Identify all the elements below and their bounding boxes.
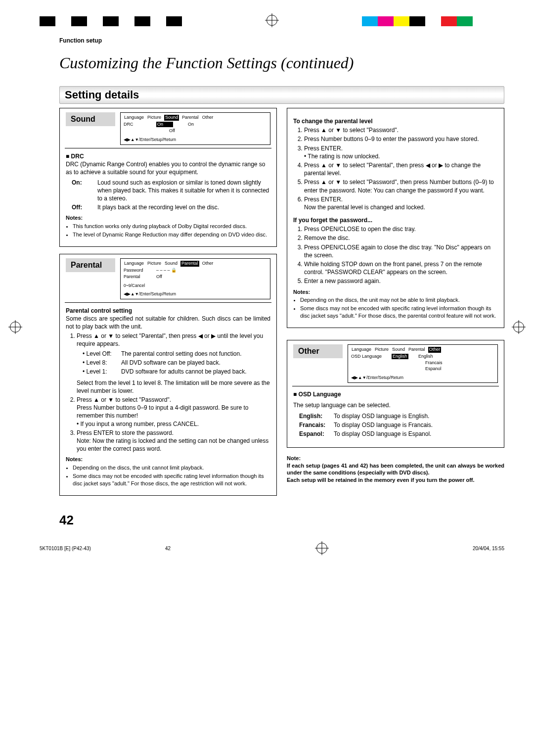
- drc-body: DRC (Dynamic Range Control) enables you …: [66, 160, 270, 176]
- osd-nav-hint: ◀▶▲▼/Enter/Setup/Return: [351, 375, 494, 380]
- list-item: Press ENTER. Now the parental level is c…: [304, 195, 498, 211]
- parental-control-heading: Parental control setting: [66, 307, 270, 315]
- change-level-heading: To change the parental level: [293, 117, 498, 125]
- parental-notes: Depending on the discs, the unit cannot …: [66, 464, 270, 487]
- step-text: Press ENTER to store the password.: [77, 429, 174, 436]
- osd-tab: Language: [351, 347, 372, 353]
- osd-option: Francais: [425, 360, 443, 365]
- list-item: Remove the disc.: [304, 234, 498, 242]
- other-title: Other: [293, 344, 343, 358]
- osd-value: Off: [156, 274, 171, 280]
- swatches-left: [40, 16, 182, 26]
- list-item: Press ▲ or ▼ to select "Parental", then …: [304, 161, 498, 177]
- step-text: Select from the level 1 to level 8. The …: [77, 379, 270, 394]
- note-item: This function works only during playback…: [73, 223, 270, 230]
- level-text: All DVD software can be played back.: [121, 359, 270, 367]
- forget-heading: If you forget the password...: [293, 216, 498, 224]
- osd-tab: Picture: [374, 347, 389, 353]
- notes-heading: Notes:: [66, 214, 270, 222]
- list-item: Press ▲ or ▼ to select "Password", then …: [304, 178, 498, 194]
- osd-tab-selected: Parental: [180, 261, 199, 267]
- page-title: Customizing the Function Settings (conti…: [59, 54, 504, 72]
- drc-on-text: Loud sound such as explosion or similar …: [97, 179, 270, 203]
- osd-value: – – – – 🔒: [156, 268, 177, 274]
- note-item: The level of Dynamic Range Reduction may…: [73, 231, 270, 238]
- page-number: 42: [59, 513, 504, 528]
- sound-panel: Sound Language Picture Sound Parental Ot…: [59, 108, 277, 247]
- osd-tab: Picture: [147, 115, 162, 121]
- osd-nav-hint: ◀▶▲▼/Enter/Setup/Return: [124, 137, 267, 142]
- header-label: Function setup: [59, 37, 504, 44]
- osd-tab: Sound: [164, 261, 178, 267]
- step-text: • If you input a wrong number, press CAN…: [77, 421, 199, 427]
- sound-osd: Language Picture Sound Parental Other DR…: [120, 112, 270, 145]
- footer-left: 5KT0101B [E] (P42-43): [40, 546, 91, 551]
- list-item: Press ENTER to store the password. Note:…: [77, 429, 270, 453]
- drc-heading: DRC: [66, 152, 270, 160]
- note-item: Some discs may not be encoded with speci…: [73, 472, 270, 487]
- level-text: DVD software for adults cannot be played…: [121, 368, 270, 376]
- level-label: • Level Off:: [83, 350, 118, 358]
- list-item: Enter a new password again.: [304, 277, 498, 285]
- notes-heading: Notes:: [293, 288, 498, 296]
- notes-heading: Notes:: [66, 456, 270, 463]
- drc-off-label: Off:: [72, 203, 94, 211]
- osd-tab: Language: [124, 261, 144, 267]
- footer-right: 20/4/04, 15:55: [473, 546, 504, 551]
- list-item: Press Number buttons 0–9 to enter the pa…: [304, 135, 498, 143]
- section-bar: Setting details: [59, 86, 504, 104]
- lang-label: Francais:: [299, 421, 331, 429]
- osd-tab: Sound: [392, 347, 405, 353]
- note-item: Depending on the discs, the unit cannot …: [73, 464, 270, 472]
- osd-option: Espanol: [425, 366, 442, 371]
- crop-mark-bottom: [185, 543, 458, 555]
- note-item: Some discs may not be encoded with speci…: [300, 305, 498, 320]
- sound-notes: This function works only during playback…: [66, 223, 270, 238]
- list-item: Press ▲ or ▼ to select "Password".: [304, 126, 498, 134]
- footer-line: 5KT0101B [E] (P42-43) 42 20/4/04, 15:55: [40, 543, 504, 555]
- level-text: The parental control setting does not fu…: [121, 350, 270, 358]
- change-level-panel: To change the parental level Press ▲ or …: [287, 108, 504, 328]
- step-text: Press Number buttons 0–9 to input a 4-di…: [77, 404, 249, 419]
- note-body: If each setup (pages 41 and 42) has been…: [287, 462, 504, 484]
- osd-key: OSD Language: [351, 354, 387, 360]
- osd-key: Password: [124, 268, 151, 274]
- two-column-layout: Sound Language Picture Sound Parental Ot…: [59, 108, 504, 503]
- sound-title: Sound: [66, 112, 115, 126]
- osd-option: Off: [169, 128, 175, 133]
- osd-nav-hint: ◀▶▲▼/Enter/Setup/Return: [124, 291, 267, 297]
- lang-text: To display OSD language is English.: [334, 412, 498, 420]
- osd-language-body: The setup language can be selected.: [293, 401, 498, 409]
- forget-notes: Depending on the discs, the unit may not…: [293, 296, 498, 320]
- step-text: Press ▲ or ▼ to select "Parental", then …: [77, 332, 263, 347]
- lang-label: English:: [299, 412, 331, 420]
- osd-language-heading: OSD Language: [293, 390, 498, 398]
- osd-tab-selected: Other: [428, 347, 442, 353]
- other-panel: Other Language Picture Sound Parental Ot…: [287, 335, 504, 490]
- osd-tab-selected: Sound: [164, 115, 179, 121]
- osd-extra: 0~9/Cancel: [124, 283, 267, 288]
- osd-key: DRC: [124, 122, 151, 128]
- level-label: • Level 1:: [83, 368, 118, 376]
- change-level-steps: Press ▲ or ▼ to select "Password". Press…: [293, 126, 498, 211]
- note-heading: Note:: [287, 455, 504, 462]
- parental-osd: Language Picture Sound Parental Other Pa…: [120, 258, 270, 299]
- list-item: While holding STOP down on the front pan…: [304, 260, 498, 276]
- swatches-right: [362, 16, 504, 26]
- osd-value: On: [156, 122, 173, 128]
- manual-page: Function setup Customizing the Function …: [0, 0, 534, 574]
- osd-tab: Parental: [408, 347, 426, 353]
- drc-off-text: It plays back at the recording level on …: [97, 203, 270, 211]
- lang-text: To display OSD language is Francais.: [334, 421, 498, 429]
- registration-row: [40, 15, 504, 27]
- parental-title: Parental: [66, 258, 115, 272]
- lang-text: To display OSD language is Espanol.: [334, 430, 498, 438]
- osd-key: Parental: [124, 274, 151, 280]
- osd-option: English: [418, 354, 433, 360]
- step-text: Note: Now the rating is locked and the s…: [77, 437, 268, 452]
- crop-mark-top: [184, 15, 360, 27]
- list-item: Press OPEN/CLOSE again to close the disc…: [304, 243, 498, 259]
- step-text: Press ▲ or ▼ to select "Password".: [77, 396, 171, 403]
- osd-tab: Parental: [181, 115, 199, 121]
- osd-tab: Other: [202, 115, 214, 121]
